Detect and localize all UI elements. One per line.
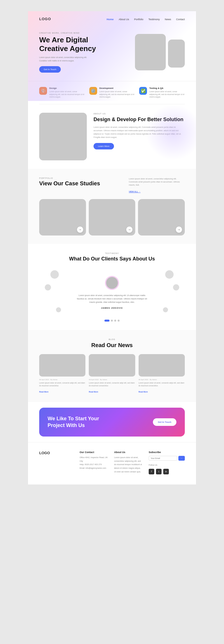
hero-label: CREATIVE WORK, CREATIVE MIND [39,32,109,34]
bubble-3 [56,307,61,312]
portfolio-desc-area: Lorem ipsum dolor sit amet, consectetur … [129,177,185,193]
blog-card-1: 06 April 2022 · By Admin Lorem ipsum dol… [39,354,85,394]
nav-item-contact[interactable]: Contact [176,16,185,21]
footer-phone: Help: 0020-2017 403 279 [80,463,108,467]
portfolio-card-3: → [138,199,185,236]
design-content: Design Lorem ipsum dolor sit amet, conse… [49,87,85,98]
hero-images [115,34,185,70]
blog-section: BLOG Read Our News 06 April 2022 · By Ad… [28,330,196,402]
footer-col-logo: LOGO [39,451,74,474]
hero-cta-button[interactable]: Get In Touch [39,66,61,73]
blog-excerpt-3: Lorem ipsum dolor sit amet, consecte adi… [139,382,185,387]
design-desc: Lorem ipsum dolor sit amet, conse adipis… [49,90,85,98]
portfolio-title: View Our Case Studies [39,180,100,187]
portfolio-section: PORTFOLIO View Our Case Studies Lorem ip… [28,169,196,244]
service-qa: ✅ Testing & QA Lorem ipsum dolor sit ame… [139,87,185,98]
qa-title: Testing & QA [149,87,185,89]
dot-1[interactable] [104,320,109,322]
qa-content: Testing & QA Lorem ipsum dolor sit amet,… [149,87,185,98]
testimonial-title: What Do Our Clients Says About Us [39,256,185,262]
bubble-6 [163,307,168,312]
blog-image-2 [89,354,135,377]
footer-col-about: About Us Lorem ipsum dolor sit amet, con… [114,451,143,474]
footer-col-contact: Our Contact Office 4042, Inspector Road,… [80,451,108,474]
about-image [39,113,87,160]
development-icon: ⚙️ [89,87,97,95]
portfolio-arrow-3[interactable]: → [176,227,182,233]
footer-col-subscribe: Subscribe → Follow Us f t in [149,451,185,474]
dot-4[interactable] [118,320,120,322]
blog-read-more-1[interactable]: Read More [39,391,48,393]
nav-item-news[interactable]: News [165,16,171,21]
navbar: LOGO Home About Us Portfolio Testimony N… [28,11,196,26]
bubble-4 [165,270,174,279]
service-development: ⚙️ Development Lorem ipsum dolor sit ame… [89,87,135,98]
portfolio-grid: → → → [39,199,185,236]
footer-address: Office 4042, Inspector Road, UK City [80,456,108,463]
blog-grid: 06 April 2022 · By Admin Lorem ipsum dol… [39,354,185,394]
cta-title: We Like To Start Your Project With Us [48,416,104,429]
nav-item-testimony[interactable]: Testimony [148,16,160,21]
hero-image-small [168,40,185,68]
hero-image-large [135,34,166,70]
footer: LOGO Our Contact Office 4042, Inspector … [28,442,196,484]
instagram-icon[interactable]: in [163,469,169,474]
blog-read-more-2[interactable]: Read More [89,391,98,393]
cta-button[interactable]: Get In Touch [153,418,176,426]
design-icon: 🎨 [39,87,47,95]
testimonial-area: Lorem ipsum dolor sit amet, consectetur … [39,270,185,315]
portfolio-view-all-link[interactable]: VIEW ALL → [129,191,141,193]
nav-item-portfolio[interactable]: Portfolio [134,16,143,21]
footer-about-heading: About Us [114,451,143,454]
social-icons: f t in [149,469,185,474]
hero-text: CREATIVE WORK, CREATIVE MIND We Are Digi… [39,32,109,73]
testimonial-content: Lorem ipsum dolor sit amet, consectetur … [76,276,148,309]
facebook-icon[interactable]: f [149,469,154,474]
subscribe-input[interactable] [149,456,177,461]
testimonial-avatar [106,277,118,289]
nav-logo: LOGO [39,17,51,21]
testimonial-author: JAMES JOKOVIC [101,307,123,309]
blog-title: Read Our News [39,342,185,348]
subscribe-button[interactable]: → [178,456,185,461]
testimonial-text: Lorem ipsum dolor sit amet, consectetur … [76,294,148,304]
services-section: 🎨 Design Lorem ipsum dolor sit amet, con… [28,81,196,104]
portfolio-arrow-2[interactable]: → [126,227,132,233]
blog-card-2: 06 April 2022 · By Admin Lorem ipsum dol… [89,354,135,394]
development-title: Development [99,87,135,89]
blog-meta-1: 06 April 2022 · By Admin [39,379,85,380]
portfolio-title-area: PORTFOLIO View Our Case Studies [39,177,100,187]
portfolio-card-2: → [89,199,136,236]
page-wrapper: LOGO Home About Us Portfolio Testimony N… [28,11,196,484]
portfolio-card-1: → [39,199,86,236]
about-section: ABOUT US Design & Develop For Better Sol… [28,104,196,169]
nav-item-about[interactable]: About Us [119,16,129,21]
about-cta-button[interactable]: Learn More [94,143,114,149]
bubble-1 [50,270,59,279]
about-title: Design & Develop For Better Solution [94,116,185,123]
footer-about-text: Lorem ipsum dolor sit amet, consectetur … [114,456,143,474]
portfolio-label: PORTFOLIO [39,177,100,179]
portfolio-header: PORTFOLIO View Our Case Studies Lorem ip… [39,177,185,193]
bubble-5 [173,284,179,290]
design-title: Design [49,87,85,89]
dot-3[interactable] [114,320,116,322]
dot-2[interactable] [111,320,113,322]
hero-section: CREATIVE WORK, CREATIVE MIND We Are Digi… [28,26,196,81]
blog-meta-3: 06 April 2022 · By Admin [139,379,185,380]
blog-excerpt-2: Lorem ipsum dolor sit amet, consecte adi… [89,382,135,387]
about-content: ABOUT US Design & Develop For Better Sol… [94,113,185,149]
blog-read-more-3[interactable]: Read More [139,391,148,393]
testimonial-section: TESTIMONY What Do Our Clients Says About… [28,244,196,330]
blog-excerpt-1: Lorem ipsum dolor sit amet, consecte adi… [39,382,85,387]
twitter-icon[interactable]: t [156,469,162,474]
portfolio-arrow-1[interactable]: → [77,227,83,233]
blog-meta-2: 06 April 2022 · By Admin [89,379,135,380]
subscribe-row: → [149,456,185,461]
portfolio-description: Lorem ipsum dolor sit amet, consectetur … [129,177,185,187]
footer-contact-heading: Our Contact [80,451,108,454]
footer-logo: LOGO [39,451,74,455]
nav-item-home[interactable]: Home [107,16,114,21]
cta-banner: We Like To Start Your Project With Us Ge… [39,408,185,437]
hero-description: Lorem ipsum dolor sit amet, consectetur … [39,56,90,62]
